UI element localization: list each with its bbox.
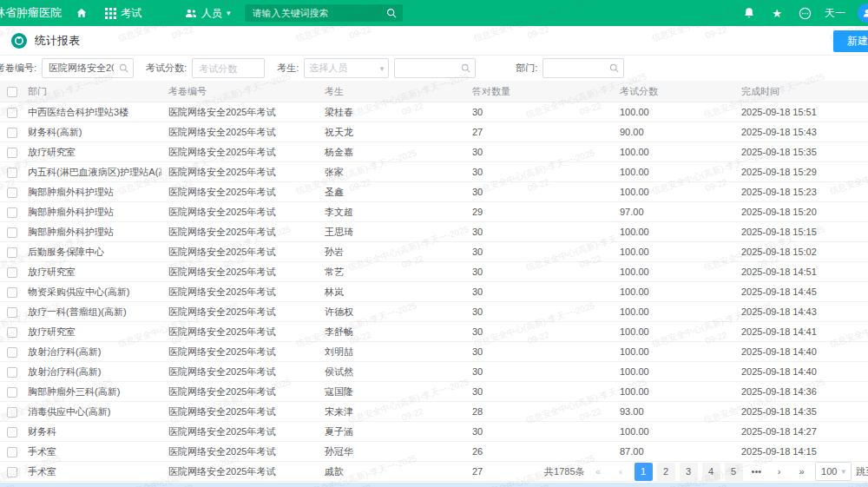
- table-row[interactable]: 胸部肿瘤外科护理站 医院网络安全2025年考试 李文超 29 97.00 202…: [0, 202, 868, 222]
- row-checkbox[interactable]: [7, 108, 17, 118]
- table-row[interactable]: 放疗研究室 医院网络安全2025年考试 常艺 30 100.00 2025-09…: [0, 262, 868, 282]
- examinee-select[interactable]: 选择人员 ▾: [304, 58, 389, 78]
- cell-department: 胸部肿瘤外科护理站: [21, 202, 161, 222]
- table-row[interactable]: 放疗一科(普瘤组)(高新) 医院网络安全2025年考试 许德权 30 100.0…: [0, 302, 868, 322]
- row-checkbox[interactable]: [7, 247, 17, 258]
- row-checkbox[interactable]: [7, 148, 17, 158]
- cell-finish-time: 2025-09-18 14:43: [734, 302, 868, 322]
- cell-correct-count: 30: [465, 242, 613, 262]
- pager-prev-button[interactable]: ‹: [612, 463, 630, 481]
- cell-examinee: 李舒畅: [318, 322, 465, 342]
- table-row[interactable]: 胸部肿瘤外科护理站 医院网络安全2025年考试 圣鑫 30 100.00 202…: [0, 182, 868, 202]
- row-checkbox[interactable]: [7, 207, 17, 218]
- header-correct-count: 答对数量: [465, 81, 613, 102]
- cell-department: 后勤服务保障中心: [21, 242, 161, 262]
- nav-people[interactable]: 人员 ▾: [176, 0, 240, 26]
- row-checkbox[interactable]: [7, 347, 17, 358]
- table-row[interactable]: 胸部肿瘤外三科(高新) 医院网络安全2025年考试 寇国隆 30 100.00 …: [0, 382, 868, 402]
- row-checkbox[interactable]: [7, 307, 17, 318]
- global-search[interactable]: [245, 4, 403, 22]
- cell-correct-count: 30: [465, 282, 613, 302]
- select-all-checkbox[interactable]: [7, 87, 17, 97]
- dept-search-input[interactable]: [548, 63, 606, 75]
- row-checkbox[interactable]: [7, 227, 17, 238]
- cell-finish-time: 2025-09-18 15:29: [734, 162, 868, 182]
- row-checkbox[interactable]: [7, 267, 17, 278]
- page-size-select[interactable]: 100 ▾: [815, 462, 852, 481]
- home-button[interactable]: [67, 0, 96, 26]
- global-search-input[interactable]: [251, 7, 386, 19]
- notification-bell-icon[interactable]: [741, 5, 757, 21]
- cell-examinee: 圣鑫: [318, 182, 465, 202]
- cell-department: 放疗研究室: [21, 262, 161, 282]
- table-row[interactable]: 财务科 医院网络安全2025年考试 夏子涵 30 100.00 2025-09-…: [0, 422, 868, 442]
- nav-exam-label: 考试: [121, 6, 141, 21]
- people-icon: [185, 8, 197, 19]
- table-row[interactable]: 手术室 医院网络安全2025年考试 孙冠华 26 87.00 2025-09-1…: [0, 442, 868, 462]
- new-button[interactable]: 新建: [833, 30, 868, 52]
- cell-examinee: 杨金嘉: [318, 142, 465, 162]
- row-checkbox[interactable]: [7, 168, 17, 178]
- search-icon[interactable]: [119, 63, 128, 73]
- favorite-star-icon[interactable]: ★: [769, 5, 785, 21]
- table-row[interactable]: 放射治疗科(高新) 医院网络安全2025年考试 刘明喆 30 100.00 20…: [0, 342, 868, 362]
- search-icon[interactable]: [461, 63, 470, 73]
- header-paper-no: 考卷编号: [161, 81, 318, 102]
- table-row[interactable]: 财务科(高新) 医院网络安全2025年考试 祝天龙 27 90.00 2025-…: [0, 122, 868, 142]
- row-checkbox[interactable]: [7, 447, 17, 457]
- pager-ellipsis[interactable]: •••: [747, 463, 766, 481]
- table-row[interactable]: 中西医结合科护理站3楼 医院网络安全2025年考试 梁桂春 30 100.00 …: [0, 102, 868, 122]
- table-row[interactable]: 后勤服务保障中心 医院网络安全2025年考试 孙岩 30 100.00 2025…: [0, 242, 868, 262]
- cell-examinee: 孙冠华: [318, 442, 465, 462]
- row-checkbox[interactable]: [7, 367, 17, 378]
- user-avatar[interactable]: [858, 3, 868, 23]
- cell-score: 100.00: [613, 322, 734, 342]
- row-checkbox[interactable]: [7, 407, 17, 418]
- pager-page-1[interactable]: 1: [635, 463, 653, 481]
- cell-paper-no: 医院网络安全2025年考试: [161, 142, 318, 162]
- table-row[interactable]: 放疗研究室 医院网络安全2025年考试 杨金嘉 30 100.00 2025-0…: [0, 142, 868, 162]
- table-row[interactable]: 胸部肿瘤外科护理站 医院网络安全2025年考试 王思琦 30 100.00 20…: [0, 222, 868, 242]
- score-input[interactable]: [197, 63, 260, 75]
- row-checkbox[interactable]: [7, 467, 17, 477]
- table-row[interactable]: 放射治疗科(高新) 医院网络安全2025年考试 侯试然 30 100.00 20…: [0, 362, 868, 382]
- grid-menu-icon: [105, 8, 116, 19]
- row-checkbox[interactable]: [7, 387, 17, 398]
- nav-exam[interactable]: 考试: [96, 0, 150, 26]
- row-checkbox[interactable]: [7, 188, 17, 198]
- cell-correct-count: 27: [465, 122, 613, 142]
- row-checkbox[interactable]: [7, 128, 17, 138]
- cell-department: 胸部肿瘤外科护理站: [21, 182, 161, 202]
- cell-score: 100.00: [613, 242, 734, 262]
- hospital-brand: 林省肿瘤医院: [0, 5, 67, 21]
- pager-page-2[interactable]: 2: [657, 463, 675, 481]
- cell-examinee: 刘明喆: [318, 342, 465, 362]
- pager-last-button[interactable]: »: [792, 463, 811, 481]
- table-row[interactable]: 放疗研究室 医院网络安全2025年考试 李舒畅 30 100.00 2025-0…: [0, 322, 868, 342]
- cell-score: 100.00: [613, 282, 734, 302]
- row-checkbox[interactable]: [7, 327, 17, 338]
- cell-paper-no: 医院网络安全2025年考试: [161, 242, 318, 262]
- examinee-search-input[interactable]: [399, 63, 457, 75]
- cell-correct-count: 30: [465, 262, 613, 282]
- cell-score: 100.00: [613, 342, 734, 362]
- table-row[interactable]: 内五科(淋巴血液病区)护理站A(高新) 医院网络安全2025年考试 张家 30 …: [0, 162, 868, 182]
- table-row[interactable]: 物资采购供应中心(高新) 医院网络安全2025年考试 林岚 30 100.00 …: [0, 282, 868, 302]
- search-icon[interactable]: [609, 63, 619, 73]
- page-size-value: 100: [821, 466, 837, 477]
- pager-first-button[interactable]: «: [589, 463, 608, 481]
- pager-page-5[interactable]: 5: [725, 463, 743, 481]
- pager-next-button[interactable]: ›: [770, 463, 788, 481]
- exam-no-input[interactable]: [47, 63, 115, 75]
- current-user-name[interactable]: 天一: [825, 6, 845, 21]
- pager-page-3[interactable]: 3: [680, 463, 698, 481]
- pager-page-4[interactable]: 4: [702, 463, 720, 481]
- row-checkbox[interactable]: [7, 287, 17, 298]
- row-checkbox[interactable]: [7, 427, 17, 438]
- table-row[interactable]: 消毒供应中心(高新) 医院网络安全2025年考试 宋来津 28 93.00 20…: [0, 402, 868, 422]
- messages-icon[interactable]: [797, 5, 812, 21]
- cell-score: 93.00: [613, 402, 734, 422]
- cell-department: 手术室: [21, 462, 161, 482]
- cell-examinee: 张家: [318, 162, 465, 182]
- results-table-container: 部门 考卷编号 考生 答对数量 考试分数 完成时间 中西医结合科护理站3楼 医院…: [0, 81, 868, 482]
